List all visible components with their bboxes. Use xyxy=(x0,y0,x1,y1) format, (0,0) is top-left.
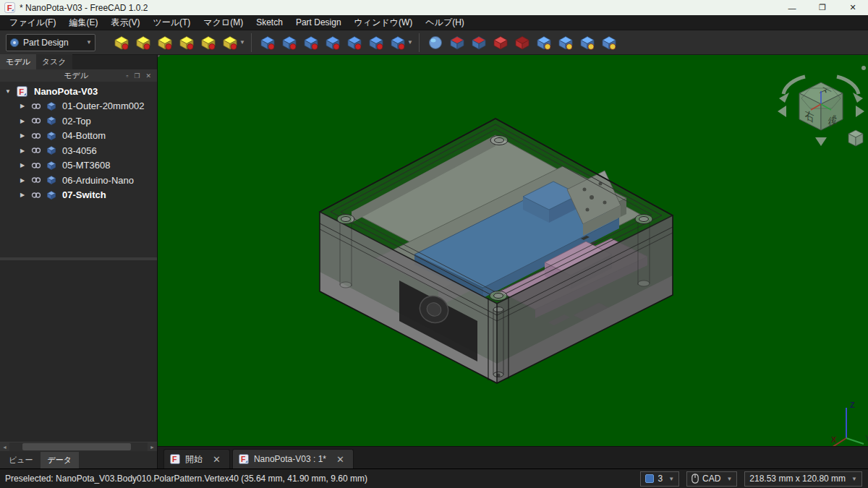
tree-item-07-Switch[interactable]: ▶07-Switch xyxy=(0,188,157,203)
draw-style-combo[interactable]: 3 ▼ xyxy=(640,471,679,487)
body-icon xyxy=(46,160,56,171)
tab-data[interactable]: データ xyxy=(41,452,80,468)
document-icon: F xyxy=(239,454,249,464)
additive-helix-icon[interactable] xyxy=(199,33,218,52)
fillet-icon[interactable] xyxy=(426,33,445,52)
tree-item-label[interactable]: 01-Outer-20mm002 xyxy=(62,100,144,111)
doc-tab-label[interactable]: NanoPota-V03 : 1* xyxy=(254,454,326,464)
subtractive-helix-icon[interactable] xyxy=(367,33,386,52)
menu-item-8[interactable]: ヘルプ(H) xyxy=(419,15,471,30)
expander-icon[interactable]: ▶ xyxy=(19,132,26,139)
nav-cube-menu-icon[interactable] xyxy=(848,130,863,146)
subtractive-pipe-icon[interactable] xyxy=(345,33,364,52)
pad-icon[interactable] xyxy=(112,33,131,52)
close-button[interactable]: ✕ xyxy=(838,0,868,15)
tree-item-label[interactable]: 07-Switch xyxy=(62,189,106,200)
cad-model[interactable]: 下 右 後 xyxy=(158,55,868,446)
tree-item-label[interactable]: 03-4056 xyxy=(62,145,97,156)
additive-primitive-icon[interactable] xyxy=(221,33,239,52)
groove-icon[interactable] xyxy=(302,33,320,52)
tab-view[interactable]: ビュー xyxy=(1,452,41,468)
hole-icon[interactable] xyxy=(280,33,299,52)
tab-task[interactable]: タスク xyxy=(36,54,72,69)
menu-item-6[interactable]: Part Design xyxy=(289,16,348,29)
additive-pipe-icon[interactable] xyxy=(177,33,196,52)
close-icon[interactable]: ✕ xyxy=(333,454,347,465)
linear-pattern-icon[interactable] xyxy=(556,33,575,52)
tree-item-label[interactable]: 02-Top xyxy=(62,116,91,127)
tree-item-01-Outer-20mm002[interactable]: ▶01-Outer-20mm002 xyxy=(0,99,157,114)
minimize-button[interactable]: — xyxy=(777,0,807,15)
chamfer-icon[interactable] xyxy=(448,33,467,52)
freecad-logo-icon: F xyxy=(4,2,15,13)
menu-item-7[interactable]: ウィンドウ(W) xyxy=(348,15,420,30)
float-panel-icon[interactable]: ▫ xyxy=(123,72,131,80)
expander-icon[interactable]: ▶ xyxy=(19,177,26,184)
thickness-icon[interactable] xyxy=(491,33,510,52)
horizontal-scrollbar[interactable]: ◄ ► xyxy=(0,442,157,451)
tree-item-04-Bottom[interactable]: ▶04-Bottom xyxy=(0,129,157,144)
dock-panel-icon[interactable]: ❐ xyxy=(131,72,142,80)
multitransform-icon[interactable] xyxy=(600,33,618,52)
subtractive-primitive-icon[interactable] xyxy=(388,33,407,52)
expander-icon[interactable]: ▶ xyxy=(19,147,26,154)
tree-item-label[interactable]: 04-Bottom xyxy=(62,130,106,141)
menu-item-0[interactable]: ファイル(F) xyxy=(3,15,62,30)
expander-icon[interactable]: ▼ xyxy=(4,88,12,95)
tree-root[interactable]: ▼ F NanoPota-V03 xyxy=(0,84,157,99)
menu-item-3[interactable]: ツール(T) xyxy=(146,15,197,30)
revolution-icon[interactable] xyxy=(134,33,153,52)
tree-item-06-Arduino-Nano[interactable]: ▶06-Arduino-Nano xyxy=(0,173,157,188)
pocket-icon[interactable] xyxy=(258,33,277,52)
3d-viewport[interactable]: 下 右 後 xyxy=(158,55,868,446)
mirrored-icon[interactable] xyxy=(535,33,553,52)
link-icon xyxy=(31,146,41,155)
tree-item-label[interactable]: 06-Arduino-Nano xyxy=(62,175,134,186)
workbench-selector[interactable]: Part Design ▼ xyxy=(6,34,95,51)
svg-text:F: F xyxy=(7,4,12,12)
status-message: Preselected: NanoPota_V03.Body010.PolarP… xyxy=(0,474,367,484)
axis-indicator: Z X Y xyxy=(830,401,868,446)
close-panel-icon[interactable]: ✕ xyxy=(142,72,154,80)
svg-text:Z: Z xyxy=(850,401,855,409)
menu-item-2[interactable]: 表示(V) xyxy=(104,15,146,30)
scrollbar-thumb[interactable] xyxy=(22,443,131,450)
dimension-combo[interactable]: 218.53 mm x 120.80 mm ▼ xyxy=(744,471,862,487)
expander-icon[interactable]: ▶ xyxy=(19,192,26,198)
expander-icon[interactable]: ▶ xyxy=(19,103,26,109)
navigation-style-combo[interactable]: CAD ▼ xyxy=(686,471,737,487)
workbench-label: Part Design xyxy=(23,38,86,48)
doc-tab-document[interactable]: F NanoPota-V03 : 1* ✕ xyxy=(232,449,354,468)
freecad-logo-icon: F xyxy=(170,454,180,464)
menu-item-4[interactable]: マクロ(M) xyxy=(197,15,250,30)
body-icon xyxy=(46,145,56,155)
additive-loft-icon[interactable] xyxy=(156,33,174,52)
polar-pattern-icon[interactable] xyxy=(578,33,597,52)
subtractive-loft-icon[interactable] xyxy=(323,33,342,52)
expander-icon[interactable]: ▶ xyxy=(19,118,26,124)
body-icon xyxy=(46,116,56,126)
scroll-right-icon[interactable]: ► xyxy=(148,442,157,452)
menu-item-1[interactable]: 編集(E) xyxy=(62,15,104,30)
link-icon xyxy=(31,191,41,200)
tree-item-label[interactable]: 05-MT3608 xyxy=(62,160,110,171)
doc-tab-start[interactable]: F 開始 ✕ xyxy=(163,449,230,468)
tree-item-02-Top[interactable]: ▶02-Top xyxy=(0,114,157,129)
navigation-cube[interactable]: 下 右 後 xyxy=(778,66,866,146)
tree-item-05-MT3608[interactable]: ▶05-MT3608 xyxy=(0,158,157,174)
tab-model[interactable]: モデル xyxy=(0,54,36,69)
subtractive-primitive-icon-caret[interactable]: ▼ xyxy=(407,39,413,46)
tree-item-03-4056[interactable]: ▶03-4056 xyxy=(0,143,157,158)
tree-root-label[interactable]: NanoPota-V03 xyxy=(34,86,98,97)
draft-icon[interactable] xyxy=(469,33,488,52)
menu-item-5[interactable]: Sketch xyxy=(250,16,289,29)
scrollbar-track[interactable] xyxy=(9,442,148,451)
close-icon[interactable]: ✕ xyxy=(210,454,224,465)
restore-button[interactable]: ❐ xyxy=(807,0,838,15)
boolean-icon[interactable] xyxy=(513,33,532,52)
scroll-left-icon[interactable]: ◄ xyxy=(0,442,9,452)
body-icon xyxy=(46,175,56,185)
additive-primitive-icon-caret[interactable]: ▼ xyxy=(239,39,245,46)
doc-tab-label[interactable]: 開始 xyxy=(185,453,203,466)
expander-icon[interactable]: ▶ xyxy=(19,162,26,168)
